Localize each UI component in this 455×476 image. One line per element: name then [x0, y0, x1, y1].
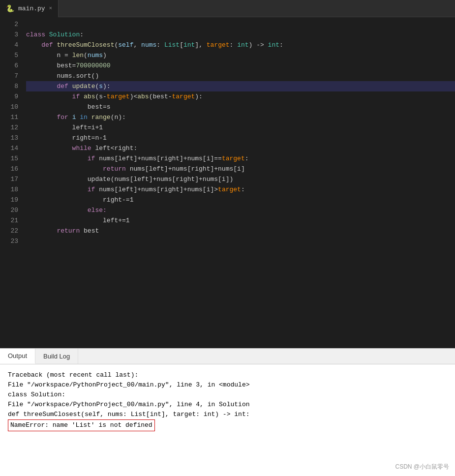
code-token: :	[156, 40, 164, 50]
code-token: target	[172, 91, 195, 102]
code-token: :	[241, 184, 245, 195]
code-token: (best-	[149, 91, 172, 102]
line-number: 23	[4, 236, 18, 246]
line-number: 6	[4, 60, 18, 71]
code-token: ,	[133, 40, 141, 50]
code-token: right-=1	[26, 195, 133, 205]
tab-bar: 🐍 main.py ×	[0, 0, 455, 17]
code-token: self	[118, 40, 133, 50]
code-line: else:	[26, 205, 455, 215]
line-number: 13	[4, 133, 18, 143]
code-line: best=700000000	[26, 60, 455, 71]
code-token: nums	[88, 50, 103, 60]
code-token: :	[279, 40, 283, 50]
code-token: :	[245, 153, 249, 164]
code-token: :	[230, 40, 238, 50]
code-token: target	[107, 91, 130, 102]
code-line: return best	[26, 226, 455, 236]
code-token: else:	[26, 205, 107, 215]
code-token: left<right:	[95, 143, 137, 153]
tab-label: main.py	[18, 5, 45, 12]
code-token: (n):	[111, 112, 126, 122]
line-number: 5	[4, 50, 18, 60]
line-number: 16	[4, 164, 18, 174]
code-line: if nums[left]+nums[right]+nums[i]>target…	[26, 184, 455, 195]
tab-close-button[interactable]: ×	[49, 5, 53, 11]
code-line: def update(s):	[26, 81, 455, 91]
code-token: )<	[130, 91, 138, 102]
output-content: Traceback (most recent call last): File …	[0, 364, 455, 476]
line-number: 17	[4, 174, 18, 184]
line-number: 7	[4, 71, 18, 81]
code-line: left+=1	[26, 215, 455, 226]
code-token: nums	[141, 40, 156, 50]
code-token: if	[26, 91, 84, 102]
code-token: def	[26, 81, 72, 91]
code-token: right=n-1	[26, 133, 107, 143]
line-number: 3	[4, 30, 18, 40]
code-token: in	[80, 112, 91, 122]
code-line	[26, 236, 455, 246]
watermark: CSDN @小白鼠零号	[395, 463, 449, 471]
code-token: (	[84, 50, 88, 60]
output-panel: OutputBuild Log Traceback (most recent c…	[0, 348, 455, 476]
code-token: best	[84, 226, 99, 236]
code-container: 234567891011121314151617181920212223 cla…	[0, 17, 455, 348]
code-token: if	[26, 153, 99, 164]
code-line: def threeSumClosest(self, nums: List[int…	[26, 40, 455, 50]
output-line: File "/workspace/PythonProject_00/main.p…	[8, 400, 447, 410]
line-number: 22	[4, 226, 18, 236]
line-numbers: 234567891011121314151617181920212223	[0, 17, 22, 348]
code-token: return	[26, 226, 84, 236]
output-line: Traceback (most recent call last):	[8, 370, 447, 380]
code-token: (s-	[95, 91, 106, 102]
output-tab-output[interactable]: Output	[0, 349, 35, 364]
editor-area: 234567891011121314151617181920212223 cla…	[0, 17, 455, 348]
line-number: 20	[4, 205, 18, 215]
code-line: while left<right:	[26, 143, 455, 153]
tab-main-py[interactable]: 🐍 main.py ×	[0, 0, 59, 17]
code-token: update(nums[left]+nums[right]+nums[i])	[26, 174, 233, 184]
code-token: int	[268, 40, 279, 50]
code-token: if	[26, 184, 99, 195]
code-line: if abs(s-target)<abs(best-target):	[26, 91, 455, 102]
code-line: right-=1	[26, 195, 455, 205]
code-line: n = len(nums)	[26, 50, 455, 60]
code-token: nums[left]+nums[right]+nums[i]>	[99, 184, 218, 195]
line-number: 2	[4, 19, 18, 30]
code-line: best=s	[26, 102, 455, 112]
code-token: (	[95, 81, 99, 91]
line-number: 8	[4, 81, 18, 91]
code-token: (	[114, 40, 118, 50]
code-token: for	[26, 112, 72, 122]
line-number: 12	[4, 122, 18, 133]
code-token: Solution	[49, 30, 80, 40]
code-token: abs	[137, 91, 149, 102]
code-token: int	[237, 40, 248, 50]
code-token: while	[26, 143, 95, 153]
output-tabs: OutputBuild Log	[0, 349, 455, 364]
output-tab-build-log[interactable]: Build Log	[35, 349, 78, 364]
code-token: left=i+1	[26, 122, 103, 133]
code-token: left+=1	[26, 215, 130, 226]
code-token: List	[164, 40, 180, 50]
line-number: 21	[4, 215, 18, 226]
code-line: return nums[left]+nums[right]+nums[i]	[26, 164, 455, 174]
python-icon: 🐍	[6, 4, 14, 13]
code-token: n =	[26, 50, 72, 60]
code-token: nums[left]+nums[right]+nums[i]	[130, 164, 245, 174]
output-line: def threeSumClosest(self, nums: List[int…	[8, 410, 447, 419]
code-content[interactable]: class Solution: def threeSumClosest(self…	[22, 17, 455, 348]
code-line: class Solution:	[26, 30, 455, 40]
code-line: right=n-1	[26, 133, 455, 143]
code-line: left=i+1	[26, 122, 455, 133]
code-token: return	[26, 164, 130, 174]
code-token: best=	[26, 60, 76, 71]
code-line: for i in range(n):	[26, 112, 455, 122]
code-token: len	[72, 50, 84, 60]
line-number: 9	[4, 91, 18, 102]
line-number: 14	[4, 143, 18, 153]
error-line: NameError: name 'List' is not defined	[8, 419, 447, 431]
code-token: ) ->	[249, 40, 268, 50]
output-line: File "/workspace/PythonProject_00/main.p…	[8, 380, 447, 390]
